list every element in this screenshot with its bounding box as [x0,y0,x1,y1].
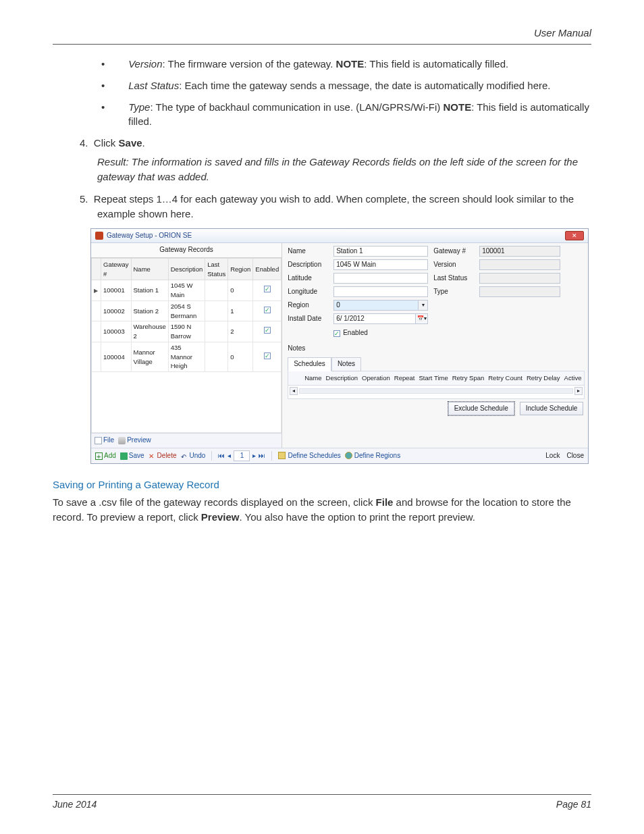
enabled-checkbox[interactable] [264,307,271,313]
page-footer: June 2014 Page 81 [53,789,591,810]
col-name[interactable]: Name [131,258,168,280]
col-gateway[interactable]: Gateway # [101,258,132,280]
gateway-setup-screenshot: Gateway Setup - ORION SE ✕ Gateway Recor… [90,228,589,464]
enabled-label: Enabled [343,328,368,338]
step-5: 5. Repeat steps 1…4 for each gateway you… [80,192,591,221]
schedule-area: ◂ ▸ [288,386,585,399]
description-field[interactable]: 1045 W Main [333,259,428,270]
gateway-records-header: Gateway Records [91,243,281,258]
gateway-records-pane: Gateway Records Gateway # Name Descripti… [91,243,282,447]
globe-icon [345,452,352,459]
delete-button[interactable]: Delete [149,451,177,461]
version-label: Version [433,260,474,270]
longitude-label: Longitude [288,287,328,297]
scroll-right-icon[interactable]: ▸ [574,387,583,395]
disk-icon [120,452,128,460]
lock-button[interactable]: Lock [545,451,560,461]
nav-first-icon[interactable]: ⏮ [218,451,225,461]
printer-icon [118,437,126,444]
calendar-icon [278,452,286,459]
close-icon[interactable]: ✕ [565,231,584,240]
x-icon [149,452,156,460]
tab-schedules[interactable]: Schedules [288,357,331,371]
type-label: Type [433,287,474,297]
col-region[interactable]: Region [228,258,253,280]
table-row[interactable]: 100002Station 22054 S Bermann1 [92,301,281,321]
left-toolbar: File Preview [91,433,281,448]
row-selector-icon [94,353,99,359]
col-description[interactable]: Description [168,258,205,280]
table-row[interactable]: 100004Mannor Village435 Mannor Heigh0 [92,342,281,371]
section-heading: Saving or Printing a Gateway Record [53,477,591,492]
enabled-checkbox[interactable] [264,286,271,292]
bullet-type: • Type: The type of backhaul communicati… [115,100,591,130]
notes-label: Notes [288,344,328,354]
file-icon [95,437,102,444]
scroll-left-icon[interactable]: ◂ [290,387,298,395]
row-selector-icon [94,307,99,313]
scrollbar[interactable] [299,388,573,394]
page-content: • Version: The firmware version of the g… [53,57,591,524]
window-titlebar: Gateway Setup - ORION SE ✕ [91,229,588,244]
schedule-columns: Name Description Operation Repeat Start … [288,371,585,386]
name-label: Name [288,246,328,257]
define-schedules-button[interactable]: Define Schedules [278,451,340,461]
exclude-schedule-button[interactable]: Exclude Schedule [448,402,514,416]
gateway-detail-pane: Name Station 1 Gateway # 100001 Descript… [282,243,589,447]
gateway-records-table[interactable]: Gateway # Name Description Last Status R… [91,258,281,372]
file-button[interactable]: File [95,436,114,446]
region-label: Region [288,301,328,311]
footer-left: June 2014 [53,799,97,810]
include-schedule-button[interactable]: Include Schedule [520,402,584,416]
row-selector-icon [94,286,99,292]
page-header: User Manual [53,27,591,38]
row-selector-icon [94,328,99,334]
define-regions-button[interactable]: Define Regions [345,451,400,461]
header-rule [53,44,591,45]
preview-button[interactable]: Preview [118,436,151,446]
latitude-label: Latitude [288,273,328,284]
laststatus-label: Last Status [433,273,474,284]
record-navigator: ⏮ ◂ 1 ▸ ⏭ [218,450,265,462]
enabled-checkbox[interactable] [333,330,340,337]
table-row[interactable]: 100003Warehouse 21590 N Barrow2 [92,321,281,342]
undo-button[interactable]: Undo [181,451,206,461]
nav-next-icon[interactable]: ▸ [252,451,256,461]
enabled-checkbox[interactable] [264,353,271,359]
table-empty-area [91,372,281,433]
field-label: Last Status [128,80,179,91]
close-button[interactable]: Close [566,451,584,461]
version-field [479,259,560,270]
col-laststatus[interactable]: Last Status [205,258,228,280]
field-label: Version [128,58,162,70]
enabled-checkbox[interactable] [264,327,271,334]
calendar-icon[interactable]: 📅▾ [416,313,428,324]
region-select[interactable]: 0 ▾ [333,300,428,311]
longitude-field[interactable] [333,286,428,297]
tab-notes[interactable]: Notes [331,357,361,371]
col-enabled[interactable]: Enabled [253,258,281,280]
nav-page[interactable]: 1 [234,450,250,462]
gatewaynum-field: 100001 [479,246,560,257]
bullet-laststatus: • Last Status: Each time the gateway sen… [115,78,591,93]
table-row[interactable]: 100001Station 11045 W Main0 [92,280,281,301]
chevron-down-icon[interactable]: ▾ [419,300,428,311]
field-label: Type [128,101,150,113]
latitude-field[interactable] [333,273,428,284]
plus-icon [95,452,103,460]
type-field [479,286,560,297]
bottom-toolbar: Add Save Delete Undo ⏮ ◂ 1 ▸ ⏭ Define Sc… [91,448,588,464]
save-button[interactable]: Save [120,451,144,461]
nav-last-icon[interactable]: ⏭ [259,451,265,461]
header-right: User Manual [534,27,591,38]
section-paragraph: To save a .csv file of the gateway recor… [53,495,591,525]
window-title: Gateway Setup - ORION SE [107,231,192,241]
add-button[interactable]: Add [95,451,116,461]
installdate-field[interactable]: 6/ 1/2012 📅▾ [333,313,428,324]
installdate-label: Install Date [288,314,328,324]
bullet-version: • Version: The firmware version of the g… [115,57,591,72]
laststatus-field [479,273,560,284]
name-field[interactable]: Station 1 [333,246,428,257]
app-icon [95,232,103,240]
nav-prev-icon[interactable]: ◂ [227,451,231,461]
